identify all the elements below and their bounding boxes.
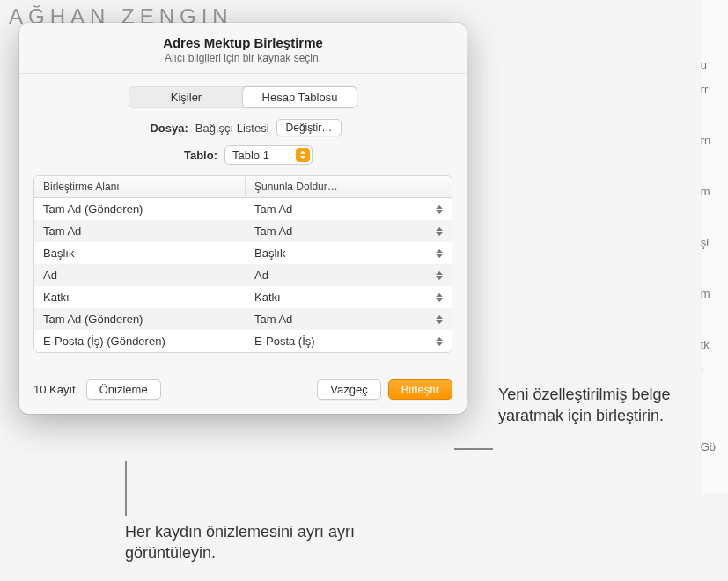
source-form: Dosya: Bağışçı Listesi Değiştir… Tablo: …: [19, 119, 467, 175]
populate-cell[interactable]: Ad: [246, 265, 452, 285]
table-body[interactable]: Tam Ad (Gönderen) Tam Ad Tam Ad Tam Ad: [34, 198, 452, 352]
table-select[interactable]: Tablo 1: [224, 145, 313, 165]
updown-stepper-icon: [435, 270, 446, 281]
populate-cell[interactable]: Tam Ad: [246, 309, 452, 329]
segment-spreadsheet[interactable]: Hesap Tablosu: [243, 87, 357, 107]
populate-cell[interactable]: Tam Ad: [246, 221, 452, 241]
merge-button[interactable]: Birleştir: [388, 379, 452, 400]
updown-stepper-icon: [435, 292, 446, 303]
populate-cell[interactable]: Başlık: [246, 243, 452, 263]
updown-stepper-icon: [435, 314, 446, 325]
preview-button[interactable]: Önizleme: [86, 379, 161, 400]
callout-merge-line: [454, 448, 493, 450]
dialog-title: Adres Mektup Birleştirme: [33, 35, 452, 50]
file-value: Bağışçı Listesi: [195, 121, 269, 135]
file-row: Dosya: Bağışçı Listesi Değiştir…: [144, 119, 342, 136]
updown-stepper-icon: [435, 248, 446, 259]
table-select-value: Tablo 1: [232, 149, 290, 162]
table-row[interactable]: Başlık Başlık: [34, 242, 452, 264]
table-label: Tablo:: [173, 149, 217, 162]
table-row[interactable]: Ad Ad: [34, 264, 452, 286]
merge-field-cell: Tam Ad: [34, 220, 246, 242]
callout-preview-line: [125, 461, 127, 516]
table-row[interactable]: Katkı Katkı: [34, 286, 452, 308]
merge-field-cell: Tam Ad (Gönderen): [34, 308, 246, 330]
populate-cell[interactable]: Tam Ad: [246, 199, 452, 219]
merge-fields-table: Birleştirme Alanı Şununla Doldur… Tam Ad…: [33, 175, 452, 353]
callout-preview: Her kaydın önizlemesini ayrı ayrı görünt…: [125, 521, 389, 564]
source-segmented-control: Kişiler Hesap Tablosu: [129, 86, 357, 108]
merge-field-cell: Başlık: [34, 242, 246, 264]
table-row[interactable]: Tam Ad Tam Ad: [34, 220, 452, 242]
updown-arrows-icon: [296, 148, 310, 162]
updown-stepper-icon: [435, 336, 446, 347]
change-file-button[interactable]: Değiştir…: [276, 119, 342, 136]
cancel-button[interactable]: Vazgeç: [317, 379, 380, 400]
table-row[interactable]: E-Posta (İş) (Gönderen) E-Posta (İş): [34, 330, 452, 352]
table-row[interactable]: Tam Ad (Gönderen) Tam Ad: [34, 308, 452, 330]
table-row[interactable]: Tam Ad (Gönderen) Tam Ad: [34, 198, 452, 220]
updown-stepper-icon: [435, 226, 446, 237]
merge-field-cell: Ad: [34, 264, 246, 286]
table-row: Tablo: Tablo 1: [173, 145, 313, 165]
segment-contacts[interactable]: Kişiler: [129, 87, 243, 107]
dialog-subtitle: Alıcı bilgileri için bir kaynak seçin.: [33, 52, 452, 64]
record-count: 10 Kayıt: [33, 383, 76, 396]
dialog-header: Adres Mektup Birleştirme Alıcı bilgileri…: [19, 23, 467, 74]
callout-merge: Yeni özelleştirilmiş belge yaratmak için…: [498, 384, 710, 427]
file-label: Dosya:: [144, 121, 188, 135]
col-merge-field[interactable]: Birleştirme Alanı: [34, 176, 246, 197]
col-populate-with[interactable]: Şununla Doldur…: [246, 176, 452, 197]
updown-stepper-icon: [435, 204, 446, 215]
table-header: Birleştirme Alanı Şununla Doldur…: [34, 176, 452, 198]
dialog-footer: 10 Kayıt Önizleme Vazgeç Birleştir: [19, 365, 467, 414]
merge-field-cell: E-Posta (İş) (Gönderen): [34, 330, 246, 352]
populate-cell[interactable]: E-Posta (İş): [246, 331, 452, 351]
merge-field-cell: Katkı: [34, 286, 246, 308]
mail-merge-dialog: Adres Mektup Birleştirme Alıcı bilgileri…: [19, 23, 467, 414]
merge-field-cell: Tam Ad (Gönderen): [34, 198, 246, 220]
populate-cell[interactable]: Katkı: [246, 287, 452, 307]
